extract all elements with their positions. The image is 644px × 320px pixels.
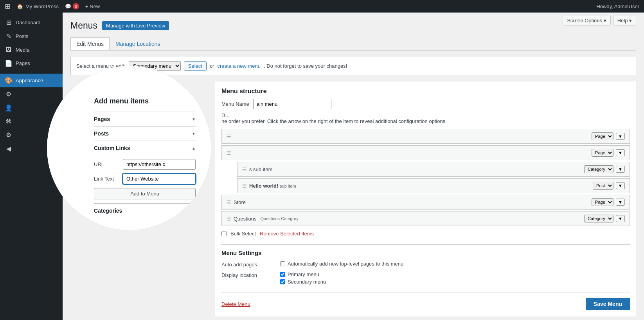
menu-item-5-type[interactable]: Page — [592, 198, 613, 206]
tools-icon: 🛠 — [5, 118, 13, 125]
site-name[interactable]: 🏠 My WordPress — [17, 4, 59, 9]
menu-item-5-expand[interactable]: ▼ — [616, 199, 625, 206]
menu-item-6-expand[interactable]: ▼ — [616, 215, 625, 222]
menu-item-4-right: Post ▼ — [593, 182, 625, 190]
url-input[interactable] — [123, 159, 196, 170]
comments-item[interactable]: 💬 0 — [65, 3, 79, 9]
menu-item-3-type[interactable]: Category — [584, 165, 613, 173]
sidebar-item-dashboard[interactable]: ⊞ Dashboard — [0, 16, 63, 29]
appearance-icon: 🎨 — [5, 77, 13, 84]
users-icon: 👤 — [5, 104, 13, 112]
howdy-text: Howdy, AdminUser — [596, 4, 639, 9]
reminder-text: . Do not forget to save your changes! — [264, 63, 347, 69]
menu-item-3-right: Category ▼ — [584, 165, 625, 173]
magnify-circle: Add menu items Pages ▼ Posts — [47, 66, 211, 230]
posts-icon: ✎ — [5, 33, 13, 40]
menu-item-2[interactable]: ☰ Page ▼ — [221, 145, 630, 160]
accordion-custom-links: Custom Links ▲ URL Link Text — [94, 141, 196, 203]
link-text-row: Link Text — [94, 174, 196, 184]
auto-add-checkbox-label[interactable]: Automatically add new top-level pages to… — [280, 261, 403, 267]
create-new-menu-link[interactable]: create a new menu — [217, 63, 261, 69]
menu-item-2-type[interactable]: Page — [592, 149, 613, 157]
menu-item-1-left: ☰ — [227, 134, 234, 139]
menu-item-4-expand[interactable]: ▼ — [616, 182, 625, 189]
delete-menu-button[interactable]: Delete Menu — [221, 301, 250, 307]
categories-expand-icon: ▼ — [192, 209, 196, 213]
menu-item-6[interactable]: ☰ Questions Questions Category Category … — [221, 211, 630, 226]
menu-item-4-type[interactable]: Post — [593, 182, 613, 190]
accordion-posts-header[interactable]: Posts ▼ — [94, 127, 196, 141]
drag-icon-1: ☰ — [227, 134, 231, 139]
tab-manage-locations[interactable]: Manage Locations — [110, 37, 166, 50]
custom-links-collapse-icon: ▲ — [192, 146, 196, 150]
edit-menu-panel: Menu strMenu structureucture Menu Name D… — [215, 81, 636, 316]
sidebar-item-appearance[interactable]: 🎨 Appearance — [0, 74, 63, 87]
menu-name-label: Menu Name — [221, 101, 249, 107]
menu-item-5[interactable]: ☰ Store Page ▼ — [221, 195, 630, 210]
bulk-select-label[interactable]: Bulk Select — [230, 231, 256, 237]
live-preview-button[interactable]: Manage with Live Preview — [102, 21, 169, 30]
menu-item-1-expand[interactable]: ▼ — [616, 133, 625, 140]
sidebar-item-pages[interactable]: 📄 Pages — [0, 56, 63, 70]
primary-menu-checkbox[interactable] — [280, 272, 285, 277]
auto-add-checkbox[interactable] — [280, 261, 285, 266]
page-header: Menus Manage with Live Preview — [70, 20, 636, 31]
new-content-item[interactable]: + New — [85, 4, 100, 9]
tabs-bar: Edit Menus Manage Locations — [70, 37, 636, 51]
menu-item-5-right: Page ▼ — [592, 198, 625, 206]
main-content: Menus Manage with Live Preview Edit Menu… — [63, 13, 644, 320]
remove-selected-link[interactable]: Remove Selected Items — [260, 231, 314, 237]
pages-icon: 📄 — [5, 60, 13, 67]
help-button[interactable]: Help ▾ — [613, 16, 636, 25]
menu-item-1[interactable]: ☰ Page ▼ — [221, 129, 630, 144]
link-text-input[interactable] — [123, 174, 196, 184]
accordion-posts: Posts ▼ — [94, 126, 196, 141]
menu-item-3-expand[interactable]: ▼ — [616, 166, 625, 173]
save-menu-button[interactable]: Save Menu — [586, 298, 630, 310]
wp-logo-icon: ⊞ — [5, 2, 11, 11]
admin-bar: ⊞ 🏠 My WordPress 💬 0 + New Howdy, AdminU… — [0, 0, 644, 13]
menu-settings: Menu Settings Auto add pages Automatical… — [221, 244, 630, 285]
url-row: URL — [94, 159, 196, 170]
menu-item-3[interactable]: ☰ s sub item Category ▼ — [237, 162, 630, 177]
sidebar-item-media[interactable]: 🖼 Media — [0, 43, 63, 56]
secondary-menu-checkbox[interactable] — [280, 279, 285, 284]
primary-menu-label[interactable]: Primary menu — [280, 271, 326, 277]
menu-name-input[interactable] — [253, 99, 331, 109]
accordion-categories-header[interactable]: Categories ▼ — [94, 204, 196, 218]
drag-icon-6: ☰ — [227, 216, 231, 222]
secondary-menu-label[interactable]: Secondary menu — [280, 279, 326, 285]
menu-item-6-right: Category ▼ — [584, 215, 625, 222]
sidebar-item-extra2[interactable]: 👤 — [0, 101, 63, 115]
add-to-menu-button[interactable]: Add to Menu — [94, 188, 196, 199]
menu-name-row: Menu Name — [221, 99, 630, 109]
footer-bar: Delete Menu Save Menu — [221, 293, 630, 310]
or-text: or — [210, 63, 214, 69]
menu-item-4[interactable]: ☰ Hello world! sub item Post ▼ — [237, 178, 630, 193]
settings-icon: ⚙ — [5, 131, 13, 139]
tab-edit-menus[interactable]: Edit Menus — [70, 37, 110, 50]
menu-item-6-type[interactable]: Category — [584, 215, 613, 222]
plugin-icon: ⚙ — [5, 90, 13, 98]
select-menu-button[interactable]: Select — [184, 61, 207, 71]
menu-item-4-left: ☰ Hello world! sub item — [242, 183, 296, 189]
screen-options-button[interactable]: Screen Options ▾ — [563, 16, 610, 25]
menu-item-2-expand[interactable]: ▼ — [616, 149, 625, 156]
add-menu-title: Add menu items — [94, 97, 196, 105]
magnify-inner: Add menu items Pages ▼ Posts — [47, 66, 211, 230]
bulk-row: Bulk Select Remove Selected Items — [221, 231, 630, 237]
accordion-custom-links-header[interactable]: Custom Links ▲ — [94, 141, 196, 155]
structure-section: Menu strMenu structureucture Menu Name D… — [221, 88, 630, 237]
house-icon: 🏠 — [17, 4, 23, 9]
settings-title: Menu Settings — [221, 244, 630, 256]
sidebar-item-posts[interactable]: ✎ Posts — [0, 29, 63, 43]
menu-item-5-left: ☰ Store — [227, 199, 246, 205]
menu-item-6-left: ☰ Questions Questions Category — [227, 216, 299, 222]
sidebar-item-extra1[interactable]: ⚙ — [0, 87, 63, 101]
content-area: Add menu items Pages ▼ Posts — [70, 81, 636, 316]
structure-desc: D... he order you prefer. Click the arro… — [221, 112, 630, 124]
accordion-pages: Pages ▼ — [94, 112, 196, 126]
bulk-select-checkbox[interactable] — [221, 231, 227, 236]
menu-item-1-type[interactable]: Page — [592, 132, 613, 140]
accordion-pages-header[interactable]: Pages ▼ — [94, 112, 196, 126]
